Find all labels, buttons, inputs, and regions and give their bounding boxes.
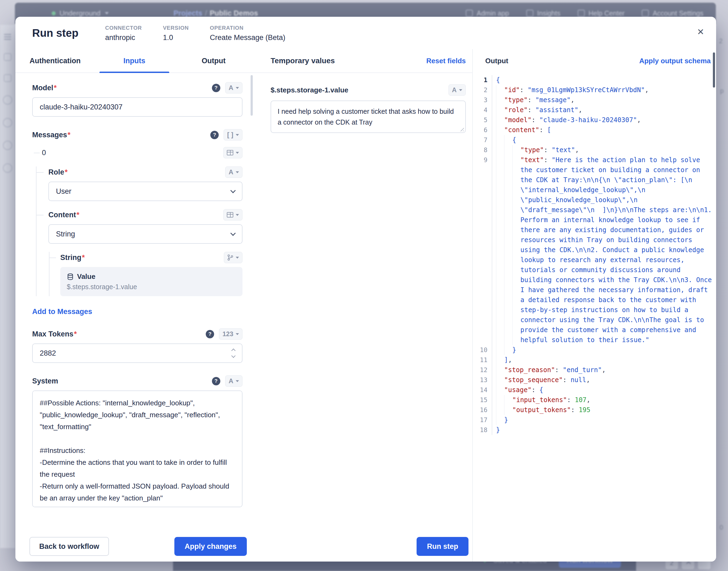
message-index: 0	[42, 149, 46, 157]
type-selector-text[interactable]: A	[225, 82, 242, 94]
required-asterisk: *	[74, 330, 77, 338]
role-field-header: Role* A	[48, 166, 242, 178]
temporary-values-title: Temporary values	[271, 56, 335, 65]
output-header: Output Apply output schema	[473, 49, 716, 73]
content-field-header: Content*	[48, 209, 242, 221]
code-line: 15"input_tokens": 107,	[473, 395, 716, 405]
model-field-header: Model* ? A	[32, 82, 242, 94]
temporary-values-panel: Temporary values Reset fields $.steps.st…	[253, 49, 472, 562]
tab-inputs[interactable]: Inputs	[95, 49, 174, 73]
temp-field-header: $.steps.storage-1.value A	[271, 84, 466, 96]
required-asterisk: *	[82, 253, 85, 261]
apply-changes-button[interactable]: Apply changes	[174, 537, 247, 556]
message-item-row: 0	[32, 147, 242, 158]
modal-tabs: Authentication Inputs Output	[15, 49, 253, 73]
required-asterisk: *	[77, 211, 80, 219]
value-chip-title: Value	[77, 272, 95, 281]
system-field-header: System ? A	[32, 375, 242, 387]
value-chip-path: $.steps.storage-1.value	[67, 283, 236, 291]
chevron-down-icon	[231, 354, 236, 358]
code-line: 4"role": "assistant",	[473, 105, 716, 115]
chevron-up-icon	[231, 349, 236, 353]
modal-meta: CONNECTOR anthropic VERSION 1.0 OPERATIO…	[105, 25, 285, 42]
close-icon[interactable]: ✕	[697, 27, 704, 36]
output-title: Output	[485, 57, 508, 65]
type-selector-object[interactable]	[223, 147, 242, 158]
inputs-panel: Authentication Inputs Output Model* ? A …	[15, 49, 253, 562]
type-badge: A	[229, 84, 233, 92]
temp-textarea-wrap: I need help solving a customer ticket th…	[271, 101, 466, 134]
value-chip[interactable]: Value $.steps.storage-1.value	[60, 267, 242, 296]
code-line: 17}	[473, 415, 716, 425]
type-selector-object[interactable]	[223, 209, 242, 221]
role-label: Role*	[48, 168, 68, 177]
type-badge: A	[229, 168, 233, 176]
temp-field-label: $.steps.storage-1.value	[271, 86, 348, 94]
reset-fields-link[interactable]: Reset fields	[426, 57, 466, 65]
code-line: 2"id": "msg_01LgmWp13kSYreCtAWrrVbdN",	[473, 85, 716, 95]
string-label: String*	[60, 253, 85, 262]
type-selector-number[interactable]: 123	[219, 328, 242, 340]
code-line: 10}	[473, 345, 716, 355]
number-stepper[interactable]	[232, 349, 235, 357]
role-select[interactable]: User	[48, 182, 242, 201]
message-fields: Role* A User Content* String	[36, 166, 242, 296]
max-tokens-input[interactable]	[40, 349, 232, 357]
string-subsection: String* Value $.steps.storage-1.v	[49, 252, 242, 296]
apply-output-schema-link[interactable]: Apply output schema	[639, 57, 711, 65]
max-tokens-label: Max Tokens*	[32, 330, 77, 338]
temp-value-textarea[interactable]: I need help solving a customer ticket th…	[271, 101, 466, 133]
type-badge: 123	[222, 330, 233, 338]
caret-down-icon	[236, 134, 239, 136]
code-line: 14"usage": {	[473, 385, 716, 395]
run-step-button[interactable]: Run step	[417, 537, 469, 556]
run-step-footer: Run step	[253, 531, 472, 562]
code-line: 9"text": "Here is the action plan to hel…	[473, 155, 716, 345]
content-select[interactable]: String	[48, 224, 242, 244]
meta-value: Create Message (Beta)	[210, 33, 285, 42]
code-line: 12"stop_reason": "end_turn",	[473, 365, 716, 375]
required-asterisk: *	[54, 84, 57, 92]
model-input[interactable]	[40, 103, 235, 111]
tab-output[interactable]: Output	[174, 49, 253, 73]
help-icon[interactable]: ?	[212, 84, 220, 92]
code-line: 3"type": "message",	[473, 95, 716, 105]
model-input-box	[32, 97, 242, 117]
help-icon[interactable]: ?	[212, 377, 220, 385]
help-icon[interactable]: ?	[206, 330, 214, 338]
type-selector-branch[interactable]	[224, 252, 242, 263]
meta-label: VERSION	[163, 25, 189, 31]
inputs-form: Model* ? A Messages* ? [ ]	[15, 73, 253, 531]
output-scrollbar[interactable]	[713, 52, 715, 88]
chevron-down-icon	[230, 188, 236, 193]
modal-title: Run step	[32, 27, 78, 39]
tab-authentication[interactable]: Authentication	[15, 49, 95, 73]
system-textarea[interactable]: ##Possible Actions: "internal_knowledge_…	[32, 390, 242, 507]
run-step-modal: Run step CONNECTOR anthropic VERSION 1.0…	[15, 17, 716, 562]
database-icon	[67, 273, 74, 280]
add-to-messages-link[interactable]: Add to Messages	[32, 308, 92, 316]
required-asterisk: *	[68, 131, 71, 139]
type-selector-text[interactable]: A	[225, 375, 242, 387]
type-selector-text[interactable]: A	[225, 166, 242, 178]
code-line: 5"model": "claude-3-haiku-20240307",	[473, 115, 716, 125]
meta-label: OPERATION	[210, 25, 285, 31]
branch-icon	[227, 254, 233, 261]
string-field-header: String*	[60, 252, 242, 263]
type-selector-text[interactable]: A	[448, 84, 466, 96]
model-label: Model*	[32, 84, 57, 92]
back-to-workflow-button[interactable]: Back to workflow	[29, 537, 109, 556]
max-tokens-input-box	[32, 343, 242, 363]
meta-connector: CONNECTOR anthropic	[105, 25, 142, 42]
type-selector-array[interactable]: [ ]	[224, 129, 242, 140]
caret-down-icon	[459, 89, 462, 91]
output-code-viewer[interactable]: 1{2"id": "msg_01LgmWp13kSYreCtAWrrVbdN",…	[473, 73, 716, 562]
output-panel: Output Apply output schema 1{2"id": "msg…	[472, 49, 716, 562]
messages-section: Messages* ? [ ] 0 Role* A	[32, 129, 242, 296]
meta-value: anthropic	[105, 33, 142, 42]
caret-down-icon	[236, 87, 239, 89]
role-selected-value: User	[56, 187, 71, 196]
meta-operation: OPERATION Create Message (Beta)	[210, 25, 285, 42]
help-icon[interactable]: ?	[210, 131, 219, 139]
caret-down-icon	[236, 152, 239, 154]
